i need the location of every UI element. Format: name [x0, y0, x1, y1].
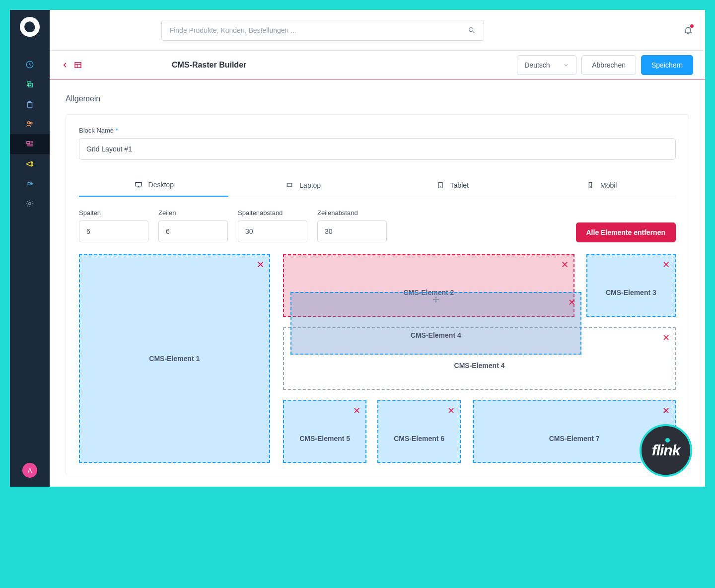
cols-input[interactable]	[79, 220, 148, 242]
back-button[interactable]	[62, 61, 82, 70]
desktop-icon	[134, 181, 143, 189]
tab-tablet[interactable]: Tablet	[377, 174, 527, 197]
sidebar-bottom: A	[10, 463, 50, 478]
cancel-button[interactable]: Abbrechen	[581, 55, 636, 75]
remove-element-icon[interactable]: ✕	[568, 297, 575, 308]
grid-element-3[interactable]: ✕ CMS-Element 3	[586, 254, 676, 317]
grid-canvas[interactable]: ✕ CMS-Element 1 ✕ CMS-Element 2 ✕ CMS-El…	[79, 254, 676, 463]
grid-element-label: CMS-Element 4	[411, 331, 461, 339]
cols-field: Spalten	[79, 209, 148, 242]
remove-element-icon[interactable]: ✕	[662, 259, 670, 270]
svg-point-18	[440, 187, 440, 187]
tab-laptop[interactable]: Laptop	[228, 174, 378, 197]
topbar	[50, 10, 705, 51]
page-title: CMS-Raster Builder	[172, 61, 246, 70]
svg-point-10	[29, 203, 31, 205]
tab-laptop-label: Laptop	[299, 181, 321, 189]
save-button[interactable]: Speichern	[641, 55, 693, 75]
svg-rect-5	[27, 142, 30, 144]
main: CMS-Raster Builder Deutsch Abbrechen Spe…	[50, 10, 705, 487]
svg-rect-15	[136, 182, 142, 186]
grid-controls: Spalten Zeilen Spaltenabstand Zeilenabst…	[79, 209, 676, 242]
rowgap-label: Zeilenabstand	[317, 209, 387, 217]
nav-settings[interactable]	[10, 194, 50, 214]
colgap-label: Spaltenabstand	[238, 209, 307, 217]
remove-element-icon[interactable]: ✕	[353, 405, 360, 416]
block-name-input[interactable]	[79, 138, 676, 160]
grid-element-5[interactable]: ✕ CMS-Element 5	[283, 400, 366, 463]
nav-orders[interactable]	[10, 94, 50, 114]
grid-element-label: CMS-Element 5	[299, 435, 350, 442]
grid-element-label: CMS-Element 6	[394, 435, 444, 442]
badge-dot-icon	[665, 438, 670, 442]
remove-element-icon[interactable]: ✕	[561, 259, 569, 270]
search-icon[interactable]	[468, 26, 476, 34]
language-label: Deutsch	[524, 61, 550, 69]
nav-marketing[interactable]	[10, 154, 50, 174]
remove-element-icon[interactable]: ✕	[447, 405, 455, 416]
rowgap-input[interactable]	[317, 220, 387, 242]
remove-element-icon[interactable]: ✕	[257, 259, 264, 270]
grid-element-label: CMS-Element 1	[149, 355, 200, 363]
tab-desktop-label: Desktop	[148, 181, 174, 189]
svg-rect-12	[75, 62, 81, 68]
block-name-label: Block Name *	[79, 127, 676, 134]
chevron-down-icon	[563, 62, 569, 68]
card: Block Name * Desktop Laptop Table	[66, 114, 689, 475]
language-select[interactable]: Deutsch	[517, 55, 576, 75]
rowgap-field: Zeilenabstand	[317, 209, 387, 242]
svg-point-3	[28, 122, 30, 124]
layout-icon	[73, 61, 82, 70]
nav-items	[10, 55, 50, 214]
drag-handle-icon[interactable]	[432, 296, 439, 303]
tab-mobile-label: Mobil	[600, 181, 617, 189]
grid-element-4-dragging[interactable]: ✕ CMS-Element 4	[290, 292, 582, 355]
rows-input[interactable]	[158, 220, 228, 242]
subheader-actions: Deutsch Abbrechen Speichern	[517, 55, 693, 75]
vendor-name: flink	[652, 442, 680, 459]
grid-element-6[interactable]: ✕ CMS-Element 6	[377, 400, 461, 463]
colgap-input[interactable]	[238, 220, 307, 242]
colgap-field: Spaltenabstand	[238, 209, 307, 242]
grid-element-label: CMS-Element 4	[454, 362, 505, 369]
nav-catalog[interactable]	[10, 74, 50, 94]
app-frame: A CMS-Raster Builder	[10, 10, 705, 487]
tab-tablet-label: Tablet	[450, 181, 469, 189]
nav-content[interactable]	[10, 134, 50, 154]
nav-customers[interactable]	[10, 114, 50, 134]
viewport-tabs: Desktop Laptop Tablet Mobil	[79, 174, 676, 197]
tablet-icon	[435, 181, 445, 189]
nav-dashboard[interactable]	[10, 55, 50, 74]
sidebar: A	[10, 10, 50, 487]
grid-element-label: CMS-Element 3	[606, 289, 656, 296]
vendor-badge: flink	[640, 424, 692, 477]
remove-element-icon[interactable]: ✕	[662, 405, 670, 416]
mobile-icon	[585, 181, 595, 189]
brand-logo-icon[interactable]	[20, 17, 40, 37]
tab-desktop[interactable]: Desktop	[79, 174, 228, 197]
svg-point-11	[469, 27, 473, 31]
tab-mobile[interactable]: Mobil	[527, 174, 676, 197]
remove-all-button[interactable]: Alle Elemente entfernen	[576, 222, 676, 242]
avatar[interactable]: A	[22, 463, 37, 478]
svg-point-20	[590, 187, 591, 187]
rows-field: Zeilen	[158, 209, 228, 242]
subheader: CMS-Raster Builder Deutsch Abbrechen Spe…	[50, 51, 705, 79]
rows-label: Zeilen	[158, 209, 228, 217]
remove-element-icon[interactable]: ✕	[662, 332, 670, 343]
svg-rect-16	[287, 183, 292, 186]
grid-element-label: CMS-Element 7	[549, 435, 600, 442]
laptop-icon	[285, 181, 294, 189]
grid-element-1[interactable]: ✕ CMS-Element 1	[79, 254, 270, 463]
search-box[interactable]	[161, 20, 484, 41]
cols-label: Spalten	[79, 209, 148, 217]
svg-point-4	[30, 122, 32, 124]
section-title: Allgemein	[66, 94, 689, 103]
notifications-icon[interactable]	[683, 25, 693, 35]
notification-dot	[690, 24, 694, 28]
nav-extensions[interactable]	[10, 174, 50, 194]
content: Allgemein Block Name * Desktop Laptop	[50, 79, 705, 487]
search-input[interactable]	[170, 26, 468, 34]
